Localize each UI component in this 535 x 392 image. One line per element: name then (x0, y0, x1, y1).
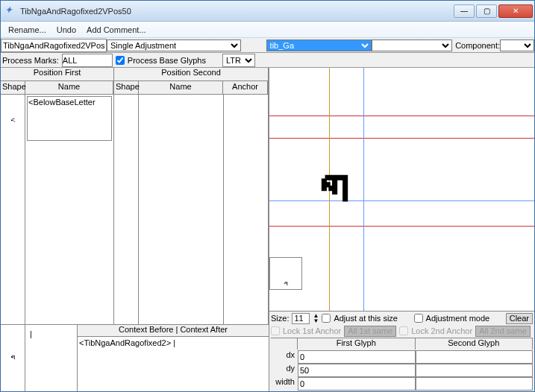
toolbar-row-1: Single Adjustment tib_Ga Component: (1, 38, 534, 53)
component-select[interactable] (500, 39, 534, 51)
descender-line (269, 226, 534, 227)
anchor-cell (223, 95, 268, 324)
maximize-button[interactable]: ▢ (476, 4, 497, 18)
list-item[interactable]: <BelowBaseLetter (28, 98, 110, 107)
direction-select[interactable]: LTR (222, 54, 255, 67)
context-title: Context Before | Context After (78, 325, 269, 337)
pos-first-title: Position First (1, 68, 113, 81)
pos-second-title: Position Second (114, 68, 268, 81)
menu-undo[interactable]: Undo (57, 25, 76, 34)
lookup-type-select[interactable]: Single Adjustment (107, 39, 241, 51)
size-label: Size: (271, 314, 289, 323)
context-value: <TibNgaAndRagofixed2> | (79, 338, 175, 347)
col-shape: Shape (1, 81, 25, 94)
left-panel: Position First Shape Name ང <BelowBaseLe… (1, 68, 269, 391)
lock-1st-label: Lock 1st Anchor (283, 326, 341, 335)
glyph-controls: Size: ▲▼ Adjust at this size Adjustment … (269, 311, 534, 391)
close-button[interactable]: ✕ (498, 4, 533, 18)
adjust-at-size-label: Adjust at this size (334, 314, 398, 323)
pos-second-body (114, 95, 268, 324)
name-cell: <BelowBaseLetter (25, 95, 113, 324)
main-area: Position First Shape Name ང <BelowBaseLe… (1, 68, 534, 391)
name-cell (139, 95, 223, 324)
lock-1st-checkbox (271, 326, 280, 335)
titlebar[interactable]: ✦ TibNgaAndRagofixed2VPos50 — ▢ ✕ (1, 1, 534, 22)
cap-line (269, 138, 534, 139)
clear-button[interactable]: Clear (506, 313, 533, 324)
app-window: ✦ TibNgaAndRagofixed2VPos50 — ▢ ✕ Rename… (0, 0, 535, 392)
process-marks-input[interactable] (62, 54, 113, 67)
second-glyph-col: Second Glyph (416, 338, 534, 350)
main-glyph: ག (319, 163, 347, 228)
lock-2nd-checkbox (399, 326, 408, 335)
glyph-table-head: First Glyph Second Glyph (271, 338, 533, 350)
pos-first-body: ང <BelowBaseLetter (1, 95, 113, 324)
width-input-2[interactable] (416, 377, 534, 391)
ascender-line (269, 116, 534, 116)
dx-input-2[interactable] (416, 350, 534, 364)
glyph-view[interactable]: ག ཀ (269, 68, 534, 311)
dy-input[interactable] (298, 364, 416, 377)
context-shape-1: ག (1, 325, 25, 391)
context-shape-2: | (25, 325, 78, 391)
context-row: ག | Context Before | Context After <TibN… (1, 324, 269, 391)
dy-label: dy (271, 364, 298, 377)
context-body[interactable]: <TibNgaAndRagofixed2> | (78, 337, 269, 391)
process-base-label: Process Base Glyphs (128, 56, 206, 65)
dy-input-2[interactable] (416, 364, 534, 377)
adjustment-mode-label: Adjustment mode (426, 314, 490, 323)
tables-area: Position First Shape Name ང <BelowBaseLe… (1, 68, 269, 324)
aux-select-1[interactable] (372, 39, 452, 51)
dx-label: dx (271, 350, 298, 364)
minimize-button[interactable]: — (454, 4, 475, 18)
size-input[interactable] (292, 313, 310, 324)
right-panel: ག ཀ Size: ▲▼ Adjust at this size Adjustm… (269, 68, 534, 391)
shape-glyph: ང (10, 117, 15, 126)
position-first-table: Position First Shape Name ང <BelowBaseLe… (1, 68, 114, 324)
app-icon: ✦ (5, 5, 17, 17)
all-1st-button: All 1st same (344, 326, 396, 337)
spinner-icon[interactable]: ▲▼ (313, 313, 319, 323)
window-controls: — ▢ ✕ (454, 4, 534, 18)
menu-rename[interactable]: Rename... (8, 25, 46, 34)
lookup-name-input[interactable] (1, 39, 107, 52)
adjust-at-size-checkbox[interactable] (322, 314, 331, 323)
name-list[interactable]: <BelowBaseLetter (27, 96, 112, 141)
process-base-checkbox[interactable] (116, 56, 125, 65)
component-label: Component: (455, 41, 500, 50)
first-glyph-col: First Glyph (298, 338, 416, 350)
pos-second-cols: Shape Name Anchor (114, 81, 268, 95)
toolbar-row-2: Process Marks: Process Base Glyphs LTR (1, 53, 534, 68)
col-anchor: Anchor (223, 81, 268, 94)
width-input[interactable] (298, 377, 416, 391)
context-main: Context Before | Context After <TibNgaAn… (78, 325, 269, 391)
shape-cell (114, 95, 139, 324)
col-name: Name (25, 81, 113, 94)
pos-first-cols: Shape Name (1, 81, 113, 95)
dx-input[interactable] (298, 350, 416, 364)
width-label: width (271, 377, 298, 391)
all-2nd-button: All 2nd same (475, 326, 531, 337)
glyph-select[interactable]: tib_Ga (266, 39, 372, 51)
glyph-preview[interactable]: ཀ (269, 257, 302, 290)
lock-2nd-label: Lock 2nd Anchor (411, 326, 472, 335)
glyph-table-body: dx dy width (271, 350, 533, 391)
process-marks-label: Process Marks: (2, 56, 59, 65)
shape-cell: ང (1, 95, 25, 324)
second-glyph-inputs (416, 350, 534, 391)
menubar: Rename... Undo Add Comment... (1, 22, 534, 38)
baseline (269, 200, 534, 201)
menu-add-comment[interactable]: Add Comment... (87, 25, 146, 34)
position-second-table: Position Second Shape Name Anchor (114, 68, 269, 324)
col-name: Name (139, 81, 223, 94)
first-glyph-inputs (298, 350, 416, 391)
advance-line (363, 68, 364, 311)
window-title: TibNgaAndRagofixed2VPos50 (20, 7, 454, 16)
glyph-row-labels: dx dy width (271, 350, 298, 391)
col-shape: Shape (114, 81, 139, 94)
adjustment-mode-checkbox[interactable] (414, 314, 423, 323)
